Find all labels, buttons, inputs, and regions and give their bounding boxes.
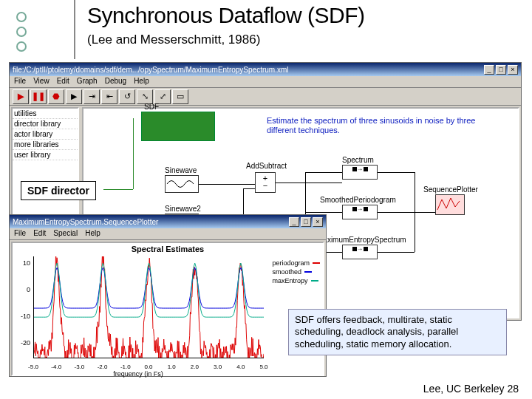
menu-edit[interactable]: Edit xyxy=(33,229,46,239)
menu-special[interactable]: Special xyxy=(53,229,78,239)
spectrum-traces xyxy=(34,256,264,358)
actor-spectrum[interactable]: → xyxy=(342,165,378,180)
plot-window-title: MaximumEntropySpectrum.SequencePlotter xyxy=(13,218,287,226)
actor-plotter[interactable] xyxy=(435,194,465,215)
close-button[interactable]: × xyxy=(313,217,323,227)
ytick: 0 xyxy=(16,286,30,293)
app-window-title: file:/C:/ptII/ptolemy/domains/sdf/dem...… xyxy=(13,66,482,74)
plot-menubar: File Edit Special Help xyxy=(10,228,326,240)
sdf-director-block[interactable] xyxy=(141,112,215,141)
ytick: -10 xyxy=(16,313,30,320)
wire xyxy=(276,183,342,183)
wire xyxy=(378,212,435,213)
annotation-arrow xyxy=(133,118,134,189)
plot-window: MaximumEntropySpectrum.SequencePlotter _… xyxy=(9,214,327,377)
annotation-sdf-director: SDF director xyxy=(21,181,96,200)
menu-help[interactable]: Help xyxy=(134,77,149,86)
plot-legend: periodogram smoothed maxEntropy xyxy=(272,259,320,286)
actor-label-smoothed: SmoothedPeriodogram xyxy=(320,196,396,204)
slide-subtitle: (Lee and Messerschmitt, 1986) xyxy=(87,33,260,47)
wire xyxy=(199,184,255,185)
step-back-icon[interactable]: ⇤ xyxy=(101,89,117,104)
wire xyxy=(243,188,255,189)
plot-canvas[interactable] xyxy=(33,256,264,358)
wire xyxy=(305,212,342,213)
actor-label-sinewave: Sinewave xyxy=(165,166,197,174)
zoom-in-icon[interactable]: ⤢ xyxy=(154,89,171,104)
wire xyxy=(305,172,342,173)
fit-icon[interactable]: ▭ xyxy=(172,89,188,104)
actor-label-spectrum: Spectrum xyxy=(342,156,374,164)
wire xyxy=(378,172,415,173)
tree-item[interactable]: user library xyxy=(13,150,78,160)
menu-graph[interactable]: Graph xyxy=(77,77,98,86)
wire xyxy=(415,172,415,252)
actor-label-plotter: SequencePlotter xyxy=(423,185,478,194)
plot-xlabel: frequency (in Fs) xyxy=(13,370,264,378)
app-menubar: File View Edit Graph Debug Help xyxy=(10,76,521,88)
bullet-decorations xyxy=(16,12,27,56)
legend-label: periodogram xyxy=(272,259,310,267)
pause-icon[interactable]: ❚❚ xyxy=(30,89,47,104)
maximize-button[interactable]: □ xyxy=(496,65,506,75)
tree-item[interactable]: more libraries xyxy=(13,140,78,150)
step-over-icon[interactable]: ⇥ xyxy=(83,89,100,104)
actor-maxent[interactable]: → xyxy=(342,245,378,259)
zoom-out-icon[interactable]: ⤡ xyxy=(137,89,153,104)
plot-title: Spectral Estimates xyxy=(13,243,323,255)
ytick: 10 xyxy=(16,259,30,267)
legend-label: smoothed xyxy=(272,268,301,276)
menu-edit[interactable]: Edit xyxy=(57,77,69,86)
menu-view[interactable]: View xyxy=(33,77,50,86)
plot-area: Spectral Estimates 10 0 -10 -20 periodog… xyxy=(11,242,324,376)
maximize-button[interactable]: □ xyxy=(301,217,311,227)
actor-label-addsubtract: AddSubtract xyxy=(246,162,287,170)
plot-titlebar[interactable]: MaximumEntropySpectrum.SequencePlotter _… xyxy=(10,215,326,228)
close-button[interactable]: × xyxy=(508,65,518,75)
slide-title: Synchronous Dataflow (SDF) xyxy=(87,3,364,28)
director-label: SDF xyxy=(144,103,159,111)
model-caption: Estimate the spectrum of three sinusoids… xyxy=(267,116,488,135)
app-toolbar: ▶ ❚❚ ⬣ ▶ ⇥ ⇤ ↺ ⤡ ⤢ ▭ xyxy=(10,88,521,106)
step-icon[interactable]: ▶ xyxy=(66,89,82,104)
actor-label-maxent: MaximumEntropySpectrum xyxy=(317,236,406,244)
tree-item[interactable]: utilities xyxy=(13,109,78,119)
menu-help[interactable]: Help xyxy=(85,229,100,239)
actor-label-sinewave2: Sinewave2 xyxy=(165,205,201,213)
minimize-button[interactable]: _ xyxy=(289,217,299,227)
legend-label: maxEntropy xyxy=(272,277,307,284)
tree-item[interactable]: director library xyxy=(13,119,78,129)
info-box: SDF offers feedback, multirate, static s… xyxy=(288,309,507,355)
menu-debug[interactable]: Debug xyxy=(105,77,126,86)
tree-item[interactable]: actor library xyxy=(13,129,78,140)
stop-icon[interactable]: ⬣ xyxy=(48,89,64,104)
slide: Synchronous Dataflow (SDF) (Lee and Mess… xyxy=(0,0,532,399)
annotation-arrow xyxy=(103,189,133,190)
slide-footer: Lee, UC Berkeley 28 xyxy=(423,383,519,395)
actor-smoothed[interactable]: → xyxy=(342,205,378,219)
app-titlebar[interactable]: file:/C:/ptII/ptolemy/domains/sdf/dem...… xyxy=(10,63,521,76)
menu-file[interactable]: File xyxy=(14,229,26,239)
actor-addsubtract[interactable]: +− xyxy=(255,172,276,193)
actor-sinewave[interactable] xyxy=(165,175,199,193)
wire xyxy=(378,252,415,253)
rewind-icon[interactable]: ↺ xyxy=(119,89,135,104)
run-icon[interactable]: ▶ xyxy=(13,89,29,104)
menu-file[interactable]: File xyxy=(14,77,26,86)
minimize-button[interactable]: _ xyxy=(484,65,494,75)
ytick: -20 xyxy=(16,339,30,347)
title-divider xyxy=(74,0,75,59)
